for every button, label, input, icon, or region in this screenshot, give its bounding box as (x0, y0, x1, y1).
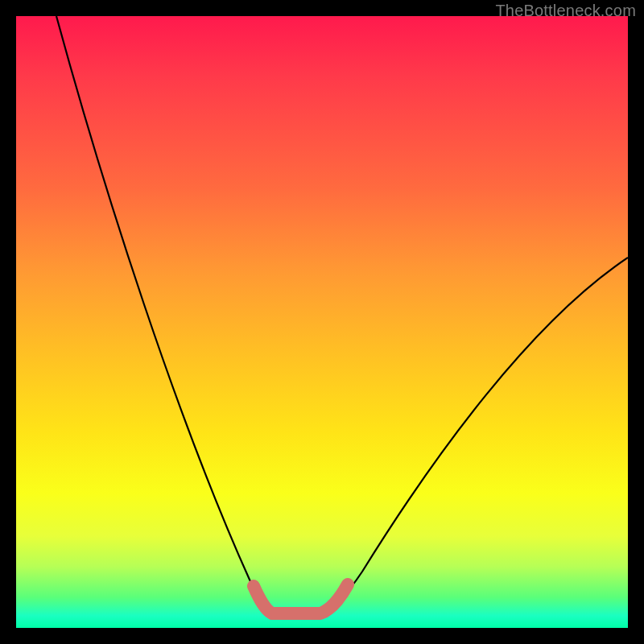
chart-frame: TheBottleneck.com (0, 0, 644, 644)
bottleneck-curve (56, 16, 628, 612)
plot-area (16, 16, 628, 628)
curve-svg (16, 16, 628, 628)
optimal-range-highlight (254, 584, 348, 613)
